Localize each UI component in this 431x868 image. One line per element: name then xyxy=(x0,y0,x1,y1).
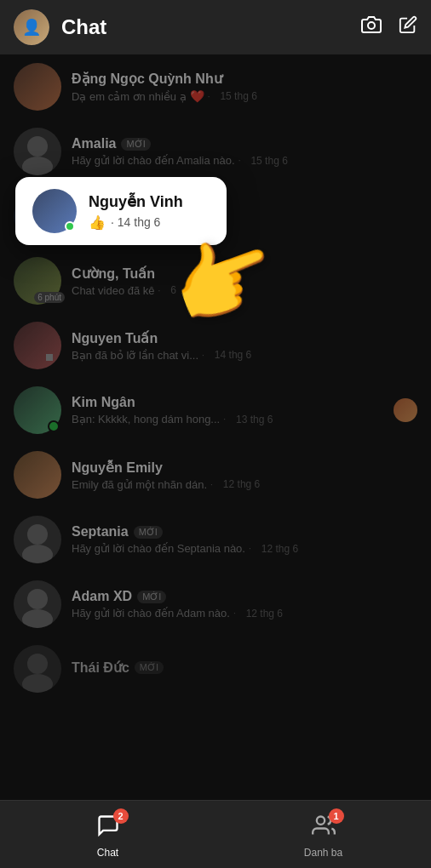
nav-icon-wrap: 2 xyxy=(96,814,120,843)
nav-label-contacts: Danh ba xyxy=(304,847,342,859)
nav-item-chat[interactable]: 2 Chat xyxy=(0,807,216,862)
svg-point-9 xyxy=(316,817,324,825)
overlay xyxy=(0,54,431,701)
header-icons xyxy=(361,14,417,40)
nav-label-chat: Chat xyxy=(97,847,118,859)
contacts-badge: 1 xyxy=(329,808,344,824)
nav-item-contacts[interactable]: 1 Danh ba xyxy=(216,807,431,862)
tooltip-popup: Nguyễn Vinh 👍 · 14 thg 6 xyxy=(15,177,227,245)
edit-icon[interactable] xyxy=(399,15,417,39)
svg-point-0 xyxy=(368,22,375,29)
tooltip-time: · 14 thg 6 xyxy=(111,215,160,229)
bottom-nav: 2 Chat 1 Danh ba xyxy=(0,800,431,868)
thumbs-up-icon: 👍 xyxy=(89,214,106,231)
chat-badge: 2 xyxy=(113,808,129,824)
chat-list: Đặng Ngọc Quỳnh Như Dạ em cảm ơn nhiều ạ… xyxy=(0,54,431,701)
header-avatar[interactable]: 👤 xyxy=(14,9,49,45)
tooltip-content: Nguyễn Vinh 👍 · 14 thg 6 xyxy=(89,192,183,231)
nav-icon-wrap: 1 xyxy=(312,814,336,843)
tooltip-avatar xyxy=(32,189,77,233)
camera-icon[interactable] xyxy=(361,14,382,40)
header: 👤 Chat xyxy=(0,0,431,54)
tooltip-online-indicator xyxy=(65,221,75,231)
tooltip-sub: 👍 · 14 thg 6 xyxy=(89,214,183,231)
page-title: Chat xyxy=(61,15,361,39)
tooltip-name: Nguyễn Vinh xyxy=(89,192,183,211)
